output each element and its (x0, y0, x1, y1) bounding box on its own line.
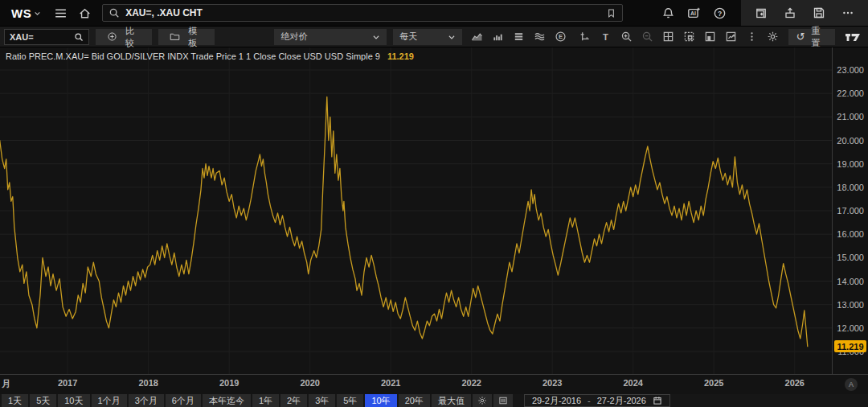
time-tick-label: 2017 (58, 378, 77, 388)
hamburger-icon (54, 6, 68, 20)
add-layout-icon[interactable] (752, 5, 770, 21)
price-axis[interactable]: 11.00012.00013.00014.00015.00016.00017.0… (832, 47, 868, 374)
zoom-in-icon[interactable] (618, 29, 636, 45)
main-menu-button[interactable] (51, 3, 70, 23)
waves-icon[interactable] (531, 29, 549, 45)
bookmark-icon[interactable] (606, 8, 616, 18)
range-button-1个月[interactable]: 1个月 (92, 394, 127, 407)
price-tick-label: 22.000 (837, 88, 864, 98)
time-tick-label: 2022 (461, 378, 481, 388)
app-logo-text: WS (11, 6, 31, 20)
date-range-picker[interactable]: 29-2月-2016-27-2月-2026 (524, 394, 670, 407)
zoom-out-icon (639, 29, 657, 45)
time-tick-label: 2024 (623, 378, 642, 388)
interval-bars-button[interactable] (493, 394, 513, 407)
chevron-down-icon (372, 33, 380, 41)
svg-text:?: ? (717, 9, 721, 17)
compare-label: 比较 (125, 25, 141, 49)
chart-tool-icons: T (576, 29, 782, 45)
time-tick-label: 2021 (381, 378, 400, 388)
interval-dropdown[interactable]: 每天 (393, 29, 461, 45)
chart-area: Ratio PREC.M.XAU= Bid GOLD/SILVER INDX T… (0, 47, 868, 394)
price-tick-label: 21.000 (837, 112, 864, 121)
reset-icon: ↺ (796, 31, 805, 43)
grid-layout-icon[interactable] (660, 29, 678, 45)
save-icon[interactable] (810, 5, 828, 21)
chart-export-icon[interactable] (723, 29, 740, 45)
chevron-down-icon (34, 10, 41, 17)
reset-label: 重置 (812, 25, 827, 49)
ai-icon[interactable]: AI (685, 5, 702, 21)
chart-type-icons: E (469, 29, 570, 45)
kebab-icon[interactable] (743, 29, 761, 45)
time-tick-label: 2025 (704, 378, 723, 388)
time-axis[interactable]: 月 A 201720182019202020212022202320242025… (0, 374, 868, 394)
home-icon (78, 6, 92, 20)
range-button-10天[interactable]: 10天 (58, 394, 89, 407)
panel-save-icon[interactable] (702, 29, 719, 45)
template-button[interactable]: 模板 (158, 29, 215, 45)
range-button-最大值[interactable]: 最大值 (432, 394, 471, 407)
svg-text:AI: AI (690, 10, 695, 16)
help-icon[interactable]: ? (710, 5, 728, 21)
price-tick-label: 18.000 (837, 183, 864, 192)
top-bar: WS XAU=, .XAU CHT AI? (0, 0, 868, 26)
range-toolbar: 1天5天10天1个月3个月6个月本年迄今1年2年3年5年10年20年最大值29-… (0, 394, 868, 407)
symbol-value: XAU= (10, 32, 34, 42)
settings-button[interactable] (473, 394, 492, 407)
range-button-20年[interactable]: 20年 (399, 394, 430, 407)
legend-last-value: 11.219 (387, 51, 414, 61)
range-button-1年[interactable]: 1年 (252, 394, 279, 407)
global-search[interactable]: XAU=, .XAU CHT (102, 4, 623, 22)
area-chart-icon[interactable] (469, 29, 486, 45)
layers-icon[interactable] (510, 29, 528, 45)
tradingview-logo-icon (841, 31, 864, 43)
price-line-chart[interactable] (0, 47, 832, 374)
folder-icon (170, 31, 180, 42)
range-button-3年[interactable]: 3年 (309, 394, 335, 407)
plus-circle-icon (107, 31, 117, 42)
price-tick-label: 23.000 (837, 65, 864, 75)
topbar-utility-icons: AI? (651, 5, 736, 21)
price-mode-dropdown[interactable]: 绝对价 (274, 29, 387, 45)
chart-toolbar: XAU= 比较 模板 绝对价 每天 E T ↺ 重置 (0, 26, 868, 47)
home-button[interactable] (75, 3, 94, 23)
share-export-icon[interactable] (781, 5, 799, 21)
range-button-1天[interactable]: 1天 (2, 394, 28, 407)
svg-text:E: E (559, 33, 563, 40)
chart-plot[interactable]: Ratio PREC.M.XAU= Bid GOLD/SILVER INDX T… (0, 47, 832, 374)
compare-button[interactable]: 比较 (96, 29, 152, 45)
time-tick-label: 2018 (138, 378, 158, 388)
range-button-本年迄今[interactable]: 本年迄今 (203, 394, 251, 407)
range-button-10年[interactable]: 10年 (365, 394, 396, 407)
date-range-start: 29-2月-2016 (532, 395, 581, 407)
axes-tool-icon[interactable] (576, 29, 594, 45)
reset-button[interactable]: ↺ 重置 (788, 29, 835, 45)
range-button-5年[interactable]: 5年 (337, 394, 363, 407)
panel-add-icon[interactable] (681, 29, 698, 45)
price-tick-label: 13.000 (837, 300, 864, 310)
chart-legend: Ratio PREC.M.XAU= Bid GOLD/SILVER INDX T… (6, 51, 414, 61)
price-tick-label: 15.000 (837, 253, 864, 262)
symbol-input[interactable]: XAU= (4, 29, 89, 45)
topbar-app-actions (741, 0, 868, 26)
date-range-separator: - (588, 396, 591, 405)
range-button-5天[interactable]: 5天 (30, 394, 56, 407)
settings-icon[interactable] (764, 29, 782, 45)
text-tool-icon[interactable]: T (597, 29, 615, 45)
price-tick-label: 19.000 (837, 159, 864, 169)
range-button-3个月[interactable]: 3个月 (129, 394, 164, 407)
range-button-2年[interactable]: 2年 (280, 394, 307, 407)
more-horizontal-icon[interactable] (839, 5, 857, 21)
auto-scale-button[interactable]: A (845, 378, 858, 391)
workspace-window: WS XAU=, .XAU CHT AI? XAU= 比较 模板 绝对价 (0, 0, 868, 407)
time-tick-label: 2019 (219, 378, 239, 388)
search-value: XAU=, .XAU CHT (125, 7, 600, 18)
volume-study-icon[interactable] (489, 29, 507, 45)
bell-icon[interactable] (659, 5, 677, 21)
events-icon[interactable]: E (552, 29, 570, 45)
chevron-down-icon (448, 33, 456, 41)
range-button-6个月[interactable]: 6个月 (166, 394, 201, 407)
legend-text: Ratio PREC.M.XAU= Bid GOLD/SILVER INDX T… (6, 51, 380, 61)
app-logo[interactable]: WS (6, 6, 46, 20)
